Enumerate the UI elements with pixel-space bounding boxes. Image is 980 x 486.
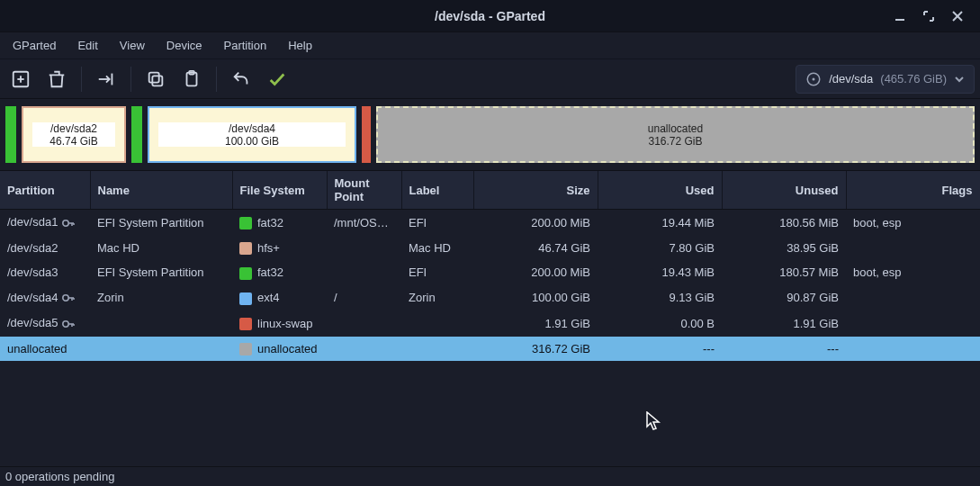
cell-name: Mac HD [90, 236, 232, 261]
cell-label [401, 337, 473, 362]
table-row[interactable]: unallocatedunallocated316.72 GiB------ [0, 337, 980, 362]
col-used[interactable]: Used [598, 171, 722, 210]
pv-sda4[interactable]: /dev/sda4 100.00 GiB [148, 106, 356, 163]
col-name[interactable]: Name [90, 171, 232, 210]
titlebar-controls [892, 0, 975, 32]
minimize-button[interactable] [892, 8, 908, 24]
resize-move-button[interactable] [91, 64, 121, 94]
menu-device[interactable]: Device [159, 35, 210, 56]
svg-point-14 [63, 220, 68, 225]
pv-sda3[interactable] [131, 106, 142, 163]
menu-help[interactable]: Help [281, 35, 319, 56]
cell-flags [846, 285, 980, 311]
cell-size: 1.91 GiB [473, 310, 598, 337]
pv-sda2[interactable]: /dev/sda2 46.74 GiB [22, 106, 126, 163]
cell-mountpoint [327, 337, 401, 362]
cell-mountpoint: / [327, 285, 401, 311]
cell-name [90, 310, 232, 337]
pv-sda1[interactable] [5, 106, 16, 163]
table-row[interactable]: /dev/sda1 EFI System Partitionfat32/mnt/… [0, 210, 980, 236]
close-button[interactable] [949, 8, 966, 24]
menu-partition[interactable]: Partition [217, 35, 274, 56]
fs-swatch [239, 318, 252, 330]
cell-mountpoint [327, 236, 401, 261]
cell-used: 0.00 B [598, 310, 722, 337]
pv-label: /dev/sda4 [229, 122, 275, 135]
key-icon [61, 317, 76, 331]
svg-rect-8 [152, 76, 162, 86]
cell-size: 200.00 MiB [473, 260, 598, 285]
cell-unused: 180.56 MiB [722, 210, 846, 236]
toolbar-separator [130, 67, 131, 92]
fs-swatch [239, 242, 252, 255]
cell-size: 200.00 MiB [473, 210, 598, 236]
col-unused[interactable]: Unused [722, 171, 846, 210]
menu-gparted[interactable]: GParted [5, 35, 63, 56]
cell-name: Zorin [90, 285, 232, 311]
cell-unused: 38.95 GiB [722, 236, 846, 261]
table-row[interactable]: /dev/sda2Mac HDhfs+Mac HD46.74 GiB7.80 G… [0, 236, 980, 261]
delete-partition-button[interactable] [41, 64, 72, 94]
cell-used: 9.13 GiB [598, 285, 722, 311]
col-mountpoint[interactable]: Mount Point [327, 171, 401, 210]
cell-size: 100.00 GiB [473, 285, 598, 311]
undo-button[interactable] [226, 64, 256, 94]
cell-filesystem: ext4 [232, 285, 327, 311]
svg-point-18 [63, 295, 68, 301]
cell-flags: boot, esp [846, 260, 980, 285]
cell-filesystem: hfs+ [232, 236, 327, 261]
pv-sda5[interactable] [362, 106, 371, 163]
copy-button[interactable] [140, 64, 171, 94]
cell-partition: /dev/sda3 [0, 260, 90, 285]
svg-point-13 [813, 77, 815, 80]
partition-table: Partition Name File System Mount Point L… [0, 171, 980, 361]
cell-flags [846, 337, 980, 362]
cell-mountpoint: /mnt/OSX... [327, 210, 401, 236]
cell-flags: boot, esp [846, 210, 980, 236]
table-row[interactable]: /dev/sda4 Zorinext4/Zorin100.00 GiB9.13 … [0, 285, 980, 311]
toolbar-separator [81, 67, 82, 92]
col-partition[interactable]: Partition [0, 171, 90, 210]
menu-view[interactable]: View [112, 35, 152, 56]
cell-unused: 90.87 GiB [722, 285, 846, 311]
svg-point-22 [63, 321, 68, 327]
paste-button[interactable] [176, 64, 207, 94]
cell-filesystem: fat32 [232, 210, 327, 236]
disk-selector[interactable]: /dev/sda (465.76 GiB) [796, 65, 975, 94]
disk-icon [805, 71, 822, 87]
statusbar: 0 operations pending [0, 466, 980, 486]
maximize-button[interactable] [921, 8, 937, 24]
cell-flags [846, 236, 980, 261]
new-partition-button[interactable] [5, 64, 36, 94]
cell-label [401, 310, 473, 337]
fs-swatch [239, 292, 252, 305]
col-filesystem[interactable]: File System [232, 171, 327, 210]
pv-size: 316.72 GiB [648, 135, 702, 148]
cell-partition: /dev/sda1 [0, 210, 90, 236]
apply-button[interactable] [262, 64, 292, 94]
cell-name: EFI System Partition [90, 210, 232, 236]
menubar: GParted Edit View Device Partition Help [0, 32, 980, 59]
cell-size: 46.74 GiB [473, 236, 598, 261]
cell-partition: /dev/sda4 [0, 285, 90, 311]
chevron-down-icon [954, 74, 965, 85]
cell-filesystem: linux-swap [232, 310, 327, 337]
pv-size: 100.00 GiB [225, 135, 279, 148]
titlebar: /dev/sda - GParted [0, 0, 980, 32]
fs-swatch [239, 217, 252, 230]
col-label[interactable]: Label [401, 171, 473, 210]
table-row[interactable]: /dev/sda5 linux-swap1.91 GiB0.00 B1.91 G… [0, 310, 980, 337]
col-size[interactable]: Size [473, 171, 598, 210]
cell-label: Mac HD [401, 236, 473, 261]
cell-used: 19.43 MiB [598, 260, 722, 285]
table-row[interactable]: /dev/sda3EFI System Partitionfat32EFI200… [0, 260, 980, 285]
cell-filesystem: unallocated [232, 337, 327, 362]
pv-size: 46.74 GiB [49, 135, 97, 148]
pv-unallocated[interactable]: unallocated 316.72 GiB [376, 106, 975, 163]
status-text: 0 operations pending [5, 470, 114, 483]
cell-partition: /dev/sda2 [0, 236, 90, 261]
fs-swatch [239, 343, 252, 356]
cell-label: EFI [401, 260, 473, 285]
col-flags[interactable]: Flags [846, 171, 980, 210]
menu-edit[interactable]: Edit [70, 35, 104, 56]
